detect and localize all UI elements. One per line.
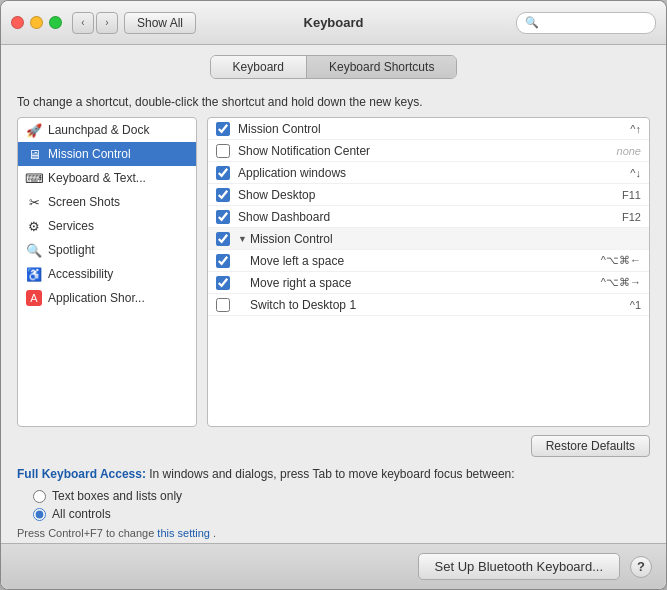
sidebar-item-label: Services [48,219,94,233]
services-icon: ⚙ [26,218,42,234]
shortcut-label: Switch to Desktop 1 [238,298,630,312]
shortcut-row-show-dashboard: Show Dashboard F12 [208,206,649,228]
shortcut-checkbox-show-dashboard[interactable] [216,210,230,224]
shortcut-label: Mission Control [238,122,630,136]
sidebar-item-services[interactable]: ⚙ Services [18,214,196,238]
sidebar-item-label: Launchpad & Dock [48,123,149,137]
nav-buttons: ‹ › [72,12,118,34]
accessibility-icon: ♿ [26,266,42,282]
content-area: To change a shortcut, double-click the s… [1,85,666,543]
press-note-text: Press Control+F7 to change [17,527,154,539]
tab-group: Keyboard Keyboard Shortcuts [210,55,458,79]
sidebar-item-label: Application Shor... [48,291,145,305]
shortcut-key: ^↑ [630,123,641,135]
main-pane: 🚀 Launchpad & Dock 🖥 Mission Control ⌨ K… [17,117,650,427]
shortcut-key-none: none [617,145,641,157]
help-button[interactable]: ? [630,556,652,578]
shortcut-row-switch-desktop: Switch to Desktop 1 ^1 [208,294,649,316]
radio-text-boxes[interactable] [33,490,46,503]
spotlight-icon: 🔍 [26,242,42,258]
window-title: Keyboard [304,15,364,30]
access-title-bold: Full Keyboard Access: [17,467,146,481]
show-all-button[interactable]: Show All [124,12,196,34]
sidebar-item-label: Accessibility [48,267,113,281]
shortcut-key: ^↓ [630,167,641,179]
shortcut-checkbox-mission-control[interactable] [216,122,230,136]
shortcut-key: ^1 [630,299,641,311]
traffic-lights [11,16,62,29]
this-setting-link[interactable]: this setting [157,527,210,539]
back-button[interactable]: ‹ [72,12,94,34]
shortcut-key: F12 [622,211,641,223]
shortcut-row-mission-control: Mission Control ^↑ [208,118,649,140]
shortcut-checkbox-app-windows[interactable] [216,166,230,180]
instruction-text: To change a shortcut, double-click the s… [17,85,650,117]
sidebar-item-label: Mission Control [48,147,131,161]
sidebar-item-screenshots[interactable]: ✂ Screen Shots [18,190,196,214]
bottom-section: Full Keyboard Access: In windows and dia… [17,457,650,543]
shortcut-label: Application windows [238,166,630,180]
keyboard-access-title: Full Keyboard Access: In windows and dia… [17,467,650,481]
shortcut-key: ^⌥⌘→ [601,276,641,289]
app-shortcuts-icon: A [26,290,42,306]
shortcut-label: Show Desktop [238,188,622,202]
search-icon: 🔍 [525,16,539,29]
shortcut-label: Show Dashboard [238,210,622,224]
restore-defaults-button[interactable]: Restore Defaults [531,435,650,457]
shortcut-checkbox-notification[interactable] [216,144,230,158]
sidebar-item-label: Keyboard & Text... [48,171,146,185]
minimize-button[interactable] [30,16,43,29]
keyboard-preferences-window: ‹ › Show All Keyboard 🔍 Keyboard Keyboar… [0,0,667,590]
shortcut-label: Move right a space [238,276,601,290]
close-button[interactable] [11,16,24,29]
sidebar-item-keyboard[interactable]: ⌨ Keyboard & Text... [18,166,196,190]
footer: Set Up Bluetooth Keyboard... ? [1,543,666,589]
tab-keyboard[interactable]: Keyboard [211,56,307,78]
shortcut-checkbox-switch-desktop[interactable] [216,298,230,312]
shortcut-row-show-desktop: Show Desktop F11 [208,184,649,206]
shortcut-key: ^⌥⌘← [601,254,641,267]
shortcut-row-notification: Show Notification Center none [208,140,649,162]
access-title-suffix: In windows and dialogs, press Tab to mov… [149,467,514,481]
shortcut-label: Show Notification Center [238,144,617,158]
shortcut-row-mission-group: ▼ Mission Control [208,228,649,250]
mission-icon: 🖥 [26,146,42,162]
shortcut-label: Move left a space [238,254,601,268]
maximize-button[interactable] [49,16,62,29]
radio-item-all-controls[interactable]: All controls [33,507,650,521]
titlebar: ‹ › Show All Keyboard 🔍 [1,1,666,45]
shortcut-checkbox-move-right[interactable] [216,276,230,290]
shortcut-label: Mission Control [250,232,641,246]
triangle-icon: ▼ [238,234,247,244]
shortcut-key: F11 [622,189,641,201]
tabbar: Keyboard Keyboard Shortcuts [1,45,666,85]
search-input[interactable] [543,16,647,30]
sidebar-item-label: Spotlight [48,243,95,257]
tab-keyboard-shortcuts[interactable]: Keyboard Shortcuts [307,56,456,78]
shortcuts-pane: Mission Control ^↑ Show Notification Cen… [207,117,650,427]
shortcut-row-move-left: Move left a space ^⌥⌘← [208,250,649,272]
sidebar-item-spotlight[interactable]: 🔍 Spotlight [18,238,196,262]
shortcut-checkbox-show-desktop[interactable] [216,188,230,202]
forward-button[interactable]: › [96,12,118,34]
shortcut-row-move-right: Move right a space ^⌥⌘→ [208,272,649,294]
radio-label: All controls [52,507,111,521]
launchpad-icon: 🚀 [26,122,42,138]
shortcut-checkbox-mission-group[interactable] [216,232,230,246]
sidebar: 🚀 Launchpad & Dock 🖥 Mission Control ⌨ K… [17,117,197,427]
radio-group: Text boxes and lists only All controls [17,489,650,521]
radio-all-controls[interactable] [33,508,46,521]
press-note-suffix: . [213,527,216,539]
restore-row: Restore Defaults [17,435,650,457]
search-box[interactable]: 🔍 [516,12,656,34]
shortcut-row-app-windows: Application windows ^↓ [208,162,649,184]
press-note: Press Control+F7 to change this setting … [17,527,650,539]
sidebar-item-app-shortcuts[interactable]: A Application Shor... [18,286,196,310]
shortcut-checkbox-move-left[interactable] [216,254,230,268]
sidebar-item-accessibility[interactable]: ♿ Accessibility [18,262,196,286]
radio-label: Text boxes and lists only [52,489,182,503]
sidebar-item-launchpad[interactable]: 🚀 Launchpad & Dock [18,118,196,142]
bluetooth-setup-button[interactable]: Set Up Bluetooth Keyboard... [418,553,620,580]
radio-item-text-boxes[interactable]: Text boxes and lists only [33,489,650,503]
sidebar-item-mission[interactable]: 🖥 Mission Control [18,142,196,166]
